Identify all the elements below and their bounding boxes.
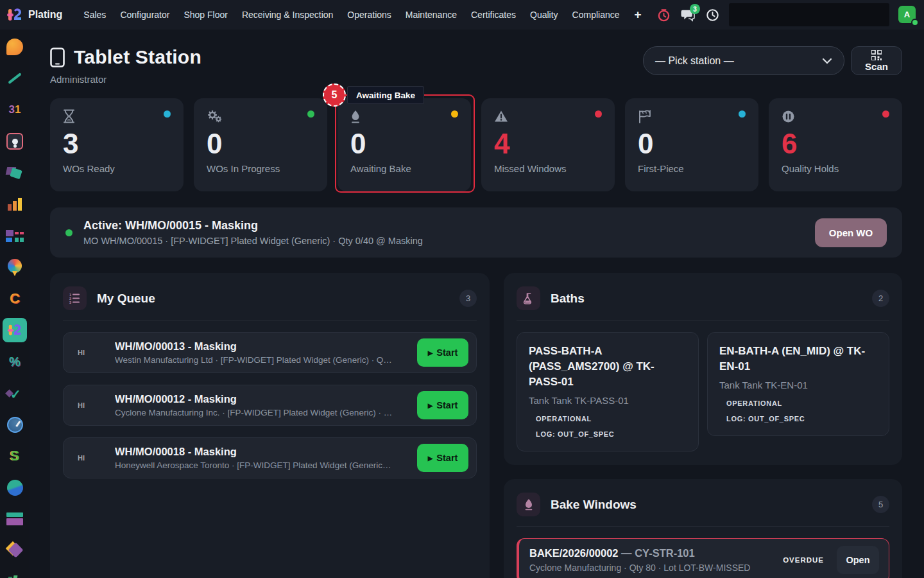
bake-window-row[interactable]: BAKE/2026/00002 — CY-STR-101Cyclone Manu… bbox=[517, 538, 889, 578]
queue-row-text: WH/MO/00012 - MaskingCyclone Manufacturi… bbox=[115, 393, 417, 417]
sidebar-app-plating-active[interactable] bbox=[3, 318, 27, 342]
kpi-card-wos-in-progress[interactable]: 0WOs In Progress bbox=[194, 98, 327, 191]
nav-item-certificates[interactable]: Certificates bbox=[464, 6, 523, 24]
page-header: Tablet Station Administrator — Pick stat… bbox=[50, 46, 902, 85]
sidebar-app-angled-bars[interactable] bbox=[3, 570, 27, 578]
app-brand[interactable]: Plating bbox=[6, 6, 62, 23]
start-button[interactable]: ▶Start bbox=[417, 391, 468, 419]
activities-clock-icon[interactable] bbox=[705, 7, 720, 22]
kpi-card-wos-ready[interactable]: 3WOs Ready bbox=[50, 98, 184, 191]
nav-item-sales[interactable]: Sales bbox=[76, 6, 113, 24]
station-picker-select[interactable]: — Pick station — bbox=[643, 46, 844, 75]
nav-item-operations[interactable]: Operations bbox=[340, 6, 398, 24]
kpi-label: Quality Holds bbox=[782, 163, 889, 174]
dashboard-blocks-icon bbox=[6, 230, 24, 242]
c-app-icon: C bbox=[10, 290, 20, 307]
todo-icon: ✓ bbox=[6, 387, 23, 399]
qr-code-icon bbox=[871, 50, 882, 60]
bake-row-subtitle: Cyclone Manufacturing · Qty 80 · Lot LOT… bbox=[529, 563, 750, 573]
start-button[interactable]: ▶Start bbox=[417, 338, 468, 367]
scan-button[interactable]: Scan bbox=[851, 46, 902, 75]
nav-item-receiving-inspection[interactable]: Receiving & Inspection bbox=[235, 6, 340, 24]
status-dot bbox=[739, 110, 746, 118]
warning-icon bbox=[494, 109, 602, 123]
kpi-cards-row: 3WOs Ready0WOs In Progress0Awaiting Bake… bbox=[50, 98, 902, 191]
play-icon: ▶ bbox=[428, 455, 433, 462]
new-tab-plus-button[interactable]: + bbox=[627, 6, 649, 23]
nav-item-maintenance[interactable]: Maintenance bbox=[398, 6, 464, 24]
bath-card[interactable]: PASS-BATH-A (PASS_AMS2700) @ TK-PASS-01T… bbox=[517, 332, 699, 451]
systray-search-box[interactable] bbox=[729, 3, 889, 26]
play-icon: ▶ bbox=[428, 349, 433, 356]
open-wo-button[interactable]: Open WO bbox=[815, 218, 887, 247]
queue-row-text: WH/MO/00018 - MaskingHoneywell Aerospace… bbox=[115, 446, 417, 470]
sidebar-app-map-pin[interactable] bbox=[3, 255, 27, 279]
flask-icon bbox=[517, 286, 540, 310]
surveys-icon: S bbox=[10, 448, 20, 464]
queue-row[interactable]: HIWH/MO/00012 - MaskingCyclone Manufactu… bbox=[63, 385, 477, 426]
my-queue-title: My Queue bbox=[97, 292, 155, 306]
kpi-card-awaiting-bake[interactable]: 0Awaiting Bake bbox=[338, 98, 471, 191]
plating-logo-icon bbox=[6, 6, 23, 23]
sidebar-app-bar-chart[interactable] bbox=[3, 192, 27, 216]
user-online-status-dot bbox=[911, 19, 919, 26]
open-button[interactable]: Open bbox=[837, 546, 879, 574]
main-content: Tablet Station Administrator — Pick stat… bbox=[30, 30, 924, 578]
stacked-bars-icon bbox=[6, 512, 23, 525]
systray: 3 A bbox=[656, 3, 916, 26]
sidebar-app-notes[interactable] bbox=[3, 66, 27, 91]
kpi-card-first-piece[interactable]: 0First-Piece bbox=[625, 98, 758, 191]
flame-icon bbox=[517, 493, 540, 516]
sidebar-app-dashboard-blocks[interactable] bbox=[3, 223, 27, 248]
queue-row-title: WH/MO/00018 - Masking bbox=[115, 446, 417, 458]
contacts-icon bbox=[6, 133, 23, 150]
sidebar-app-todo[interactable]: ✓ bbox=[3, 381, 27, 405]
my-queue-panel: 123 My Queue 3 HIWH/MO/00013 - MaskingWe… bbox=[50, 273, 490, 578]
nav-item-quality[interactable]: Quality bbox=[523, 6, 565, 24]
bake-windows-title: Bake Windows bbox=[551, 498, 637, 512]
messages-icon[interactable]: 3 bbox=[680, 7, 696, 22]
bake-row-title: BAKE/2026/00002 — CY-STR-101 bbox=[529, 547, 750, 559]
start-button-label: Start bbox=[436, 400, 458, 410]
sidebar-app-calendar[interactable]: 31 bbox=[3, 98, 27, 122]
gears-icon bbox=[207, 109, 314, 123]
nav-item-compliance[interactable]: Compliance bbox=[565, 6, 627, 24]
status-dot bbox=[164, 110, 171, 118]
sidebar-app-sphere[interactable] bbox=[3, 475, 27, 500]
active-status-dot bbox=[65, 229, 73, 236]
sidebar-app-hexagon[interactable] bbox=[3, 538, 27, 563]
queue-row[interactable]: HIWH/MO/00018 - MaskingHoneywell Aerospa… bbox=[63, 437, 477, 478]
start-button[interactable]: ▶Start bbox=[417, 444, 468, 472]
queue-row[interactable]: HIWH/MO/00013 - MaskingWestin Manufactur… bbox=[63, 332, 477, 373]
nav-item-shop-floor[interactable]: Shop Floor bbox=[176, 6, 234, 24]
timer-icon[interactable] bbox=[656, 7, 671, 22]
kpi-card-missed-windows[interactable]: 4Missed Windows bbox=[481, 98, 615, 191]
status-dot bbox=[882, 110, 889, 118]
sidebar-app-c-app[interactable]: C bbox=[3, 286, 27, 311]
divider bbox=[63, 320, 477, 320]
kpi-card-quality-holds[interactable]: 6Quality Holds bbox=[769, 98, 902, 191]
bath-card[interactable]: EN-BATH-A (EN_MID) @ TK-EN-01Tank Tank T… bbox=[707, 332, 889, 436]
priority-badge: HI bbox=[78, 401, 103, 409]
user-avatar[interactable]: A bbox=[898, 6, 916, 24]
flag-icon bbox=[638, 109, 746, 123]
discuss-icon bbox=[6, 39, 23, 55]
sidebar-app-surveys[interactable]: S bbox=[3, 444, 27, 468]
sidebar-app-discuss[interactable] bbox=[3, 35, 27, 59]
kpi-label: WOs Ready bbox=[63, 163, 171, 174]
clock-icon bbox=[7, 417, 23, 433]
station-picker-value: — Pick station — bbox=[655, 55, 734, 67]
nav-item-configurator[interactable]: Configurator bbox=[113, 6, 176, 24]
baths-grid: PASS-BATH-A (PASS_AMS2700) @ TK-PASS-01T… bbox=[517, 332, 889, 451]
bath-status: OPERATIONAL bbox=[536, 415, 687, 423]
sidebar-app-clock[interactable] bbox=[3, 412, 27, 437]
bath-status: OPERATIONAL bbox=[726, 399, 877, 407]
annotation-badge-5: 5 bbox=[323, 83, 346, 107]
sidebar-app-crm[interactable] bbox=[3, 161, 27, 185]
bake-row-ref-part: — CY-STR-101 bbox=[619, 547, 695, 559]
sidebar-app-contacts[interactable] bbox=[3, 129, 27, 153]
sidebar-app-percent[interactable]: % bbox=[3, 349, 27, 374]
sidebar-app-stacked-bars[interactable] bbox=[3, 507, 27, 531]
kpi-value: 4 bbox=[494, 128, 602, 159]
baths-title: Baths bbox=[551, 292, 585, 306]
